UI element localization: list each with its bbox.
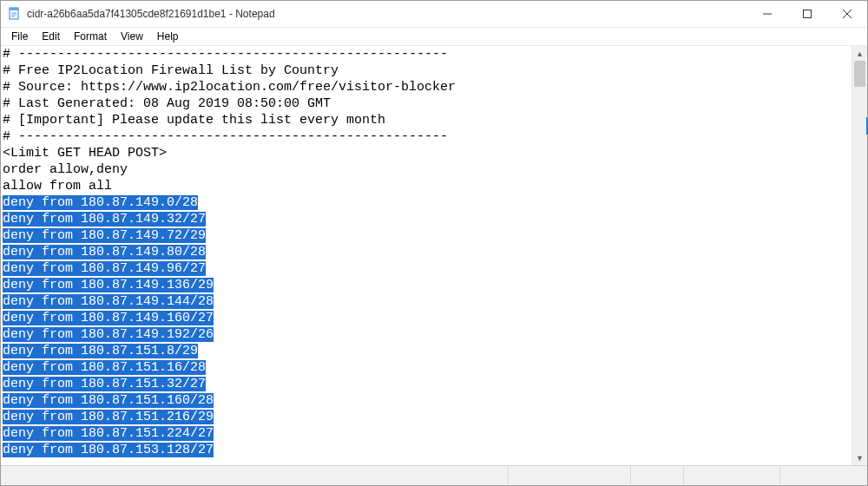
client-area: # --------------------------------------… xyxy=(1,45,867,465)
notepad-app-icon xyxy=(8,7,22,21)
text-line: allow from all xyxy=(3,178,850,194)
text-line: # [Important] Please update this list ev… xyxy=(3,112,850,128)
menu-format[interactable]: Format xyxy=(67,29,114,44)
statusbar xyxy=(1,465,867,485)
svg-rect-6 xyxy=(804,10,812,18)
scroll-down-arrow-icon[interactable]: ▼ xyxy=(852,450,867,465)
status-cell xyxy=(780,466,867,485)
text-line-selected: deny from 180.87.149.192/26 xyxy=(3,326,850,343)
titlebar[interactable]: cidr-a26b6aa5da7f41305cde8f21691d1be1 - … xyxy=(1,1,867,28)
text-line-selected: deny from 180.87.151.8/29 xyxy=(3,343,850,359)
text-line-selected: deny from 180.87.151.216/29 xyxy=(3,409,850,425)
vertical-scrollbar[interactable]: ▲ ▼ xyxy=(852,46,867,465)
menu-view[interactable]: View xyxy=(114,29,150,44)
text-line-selected: deny from 180.87.153.128/27 xyxy=(3,442,850,458)
window-title: cidr-a26b6aa5da7f41305cde8f21691d1be1 - … xyxy=(27,8,275,20)
text-line: # --------------------------------------… xyxy=(3,128,850,145)
text-line-selected: deny from 180.87.149.160/27 xyxy=(3,310,850,326)
editor-viewport: # --------------------------------------… xyxy=(1,46,852,465)
text-editor[interactable]: # --------------------------------------… xyxy=(1,46,852,458)
text-line-selected: deny from 180.87.149.96/27 xyxy=(3,260,850,277)
text-line: order allow,deny xyxy=(3,161,850,178)
text-line-selected: deny from 180.87.151.32/27 xyxy=(3,376,850,392)
menu-file[interactable]: File xyxy=(4,29,35,44)
maximize-button[interactable] xyxy=(787,1,827,27)
minimize-button[interactable] xyxy=(747,1,787,27)
text-line: # Last Generated: 08 Aug 2019 08:50:00 G… xyxy=(3,95,850,112)
menubar: File Edit Format View Help xyxy=(1,28,867,45)
text-line-selected: deny from 180.87.149.0/28 xyxy=(3,194,850,211)
text-line-selected: deny from 180.87.149.136/29 xyxy=(3,277,850,293)
menu-edit[interactable]: Edit xyxy=(35,29,67,44)
text-line: # Free IP2Location Firewall List by Coun… xyxy=(3,62,850,79)
menu-help[interactable]: Help xyxy=(150,29,186,44)
text-line: # --------------------------------------… xyxy=(3,46,850,62)
text-line-selected: deny from 180.87.149.80/28 xyxy=(3,244,850,260)
svg-rect-1 xyxy=(10,8,18,10)
scroll-up-arrow-icon[interactable]: ▲ xyxy=(852,46,867,61)
notepad-window: cidr-a26b6aa5da7f41305cde8f21691d1be1 - … xyxy=(0,0,868,486)
close-button[interactable] xyxy=(827,1,867,27)
status-cell xyxy=(631,466,684,485)
text-line: # Source: https://www.ip2location.com/fr… xyxy=(3,79,850,95)
status-cell xyxy=(509,466,631,485)
text-line-selected: deny from 180.87.151.160/28 xyxy=(3,392,850,409)
text-line: <Limit GET HEAD POST> xyxy=(3,145,850,161)
text-line-selected: deny from 180.87.149.144/28 xyxy=(3,293,850,310)
status-cell xyxy=(1,466,509,485)
scrollbar-thumb[interactable] xyxy=(854,61,865,87)
text-line-selected: deny from 180.87.151.224/27 xyxy=(3,425,850,442)
text-line-selected: deny from 180.87.149.72/29 xyxy=(3,227,850,244)
status-cell xyxy=(684,466,780,485)
text-line-selected: deny from 180.87.151.16/28 xyxy=(3,359,850,376)
text-line-selected: deny from 180.87.149.32/27 xyxy=(3,211,850,227)
scrollbar-track[interactable] xyxy=(852,61,867,450)
